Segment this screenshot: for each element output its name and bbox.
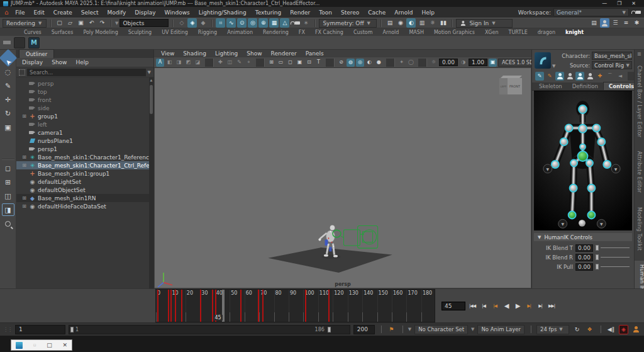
- speaker-icon[interactable]: ◀‖: [606, 325, 616, 334]
- viewport-menu-item[interactable]: Shading: [179, 50, 211, 57]
- mini-close-icon[interactable]: ✕: [62, 342, 67, 348]
- chevron-down-icon[interactable]: ▼: [115, 21, 118, 26]
- character-dropdown[interactable]: Base_mesh_skin1:Charact▼: [592, 52, 632, 60]
- shelf-tab[interactable]: UV Editing: [157, 30, 193, 35]
- step-back-frame-button[interactable]: |◀: [490, 301, 500, 310]
- source-dropdown[interactable]: Control Rig▼: [592, 61, 632, 69]
- zoom-tool[interactable]: [2, 217, 14, 230]
- slider-handle[interactable]: [596, 254, 599, 260]
- render-sequence-icon[interactable]: ▥: [417, 18, 426, 28]
- menu-item[interactable]: File: [11, 8, 29, 17]
- color-management-icon[interactable]: ▣: [489, 59, 497, 67]
- minimize-button[interactable]: —: [602, 1, 607, 6]
- shaded-icon[interactable]: ◍: [347, 59, 355, 67]
- scrollbar-thumb[interactable]: [150, 85, 153, 114]
- slider-handle[interactable]: [596, 264, 599, 270]
- outliner-row[interactable]: top: [16, 88, 153, 96]
- menu-item[interactable]: Select: [77, 8, 103, 17]
- chevron-down-icon[interactable]: ▼: [408, 327, 411, 332]
- expand-toggle-icon[interactable]: ⊞: [21, 162, 27, 168]
- menu-item[interactable]: Modify: [103, 8, 131, 17]
- outliner-row[interactable]: defaultLightSet: [16, 178, 153, 186]
- undo-icon[interactable]: ↶: [87, 18, 96, 28]
- render-settings-icon[interactable]: ☼: [428, 18, 437, 28]
- split-pane-layout-button[interactable]: ◫: [2, 190, 14, 202]
- shelf-tab[interactable]: Rendering: [258, 30, 294, 35]
- time-ruler[interactable]: 0102030405060708090100110120130140150160…: [155, 289, 435, 322]
- mini-minimize-icon[interactable]: ▫: [33, 343, 36, 348]
- menu-item[interactable]: Toon: [314, 8, 336, 17]
- outliner-row[interactable]: ⊞ defaultHideFaceDataSet: [16, 202, 153, 210]
- shelf-tab[interactable]: MASH: [404, 30, 428, 35]
- humanik-toggle-icon[interactable]: [600, 18, 609, 28]
- attribute-editor-toggle-icon[interactable]: ☰: [611, 18, 620, 28]
- mini-maximize-icon[interactable]: □: [47, 342, 52, 348]
- maximize-button[interactable]: ❐: [617, 1, 621, 6]
- lights-icon[interactable]: ◐: [365, 59, 374, 67]
- ik-slider[interactable]: [596, 254, 631, 261]
- shelf-tab[interactable]: XGen: [480, 30, 504, 35]
- xray-icon[interactable]: ◯: [407, 59, 415, 67]
- menu-item[interactable]: Help: [417, 8, 439, 17]
- sign-in-dropdown[interactable]: Sign In▼: [456, 19, 513, 28]
- channel-box-toggle-icon[interactable]: ✱: [632, 18, 641, 28]
- shelf-tab[interactable]: knight: [560, 30, 589, 35]
- chevron-down-icon[interactable]: ▼: [471, 327, 474, 332]
- viewport-canvas[interactable]: LEFT FRONT persp: [155, 68, 531, 288]
- expand-toggle-icon[interactable]: ⊞: [21, 113, 27, 119]
- scale-tool[interactable]: ▣: [2, 121, 14, 133]
- menu-item[interactable]: Cache: [364, 8, 390, 17]
- shelf-tab[interactable]: Motion Graphics: [429, 30, 480, 35]
- outliner-row[interactable]: nurbsPlane1: [16, 137, 153, 145]
- make-live-icon[interactable]: ▦: [269, 18, 279, 28]
- redo-icon[interactable]: ↷: [97, 18, 107, 28]
- play-forwards-button[interactable]: ▶: [513, 301, 523, 310]
- outliner-row[interactable]: persp1: [16, 145, 153, 153]
- shelf-tab[interactable]: Poly Modeling: [78, 30, 123, 35]
- recording-options-icon[interactable]: ◈: [619, 325, 628, 334]
- stance-pose-icon[interactable]: [565, 72, 574, 81]
- shelf-tab[interactable]: TURTLE: [504, 30, 533, 35]
- expand-toggle-icon[interactable]: ⊞: [21, 154, 27, 160]
- viewport-menu-item[interactable]: Panels: [301, 50, 328, 57]
- lock-icon[interactable]: [291, 18, 300, 28]
- outliner-row[interactable]: side: [16, 104, 153, 112]
- rotate-tool[interactable]: ↻: [2, 107, 14, 120]
- filter-dropdown-icon[interactable]: ▼: [148, 70, 151, 75]
- mirror-character-icon[interactable]: [575, 72, 584, 81]
- textured-icon[interactable]: ◎: [356, 59, 364, 67]
- fps-dropdown[interactable]: 24 fps▼: [536, 325, 569, 334]
- go-to-end-button[interactable]: ▶▶|: [547, 301, 557, 310]
- open-scene-icon[interactable]: ▱: [65, 18, 75, 28]
- wireframe-icon[interactable]: ⊘: [337, 59, 345, 67]
- anim-layer-dropdown[interactable]: No Anim Layer: [477, 325, 525, 334]
- view-cube[interactable]: LEFT FRONT: [499, 76, 522, 97]
- ik-slider[interactable]: [596, 263, 631, 270]
- outliner-row[interactable]: front: [16, 96, 153, 104]
- outliner-menu-item[interactable]: Help: [71, 59, 93, 65]
- shelf-tab[interactable]: Animation: [222, 30, 258, 35]
- menu-item[interactable]: Render: [286, 8, 314, 17]
- grid-toggle-icon[interactable]: ⊞: [267, 59, 275, 67]
- chevron-down-icon[interactable]: ▼: [552, 64, 555, 69]
- four-pane-layout-button[interactable]: ⊞: [2, 176, 14, 188]
- snap-view-plane-icon[interactable]: ⊕: [258, 18, 268, 28]
- step-forward-frame-button[interactable]: ▶|: [524, 301, 534, 310]
- pin-translate-icon[interactable]: ◄: [616, 72, 625, 81]
- pan-zoom-icon[interactable]: ✚: [216, 59, 225, 67]
- current-frame-field[interactable]: 45: [441, 302, 465, 310]
- workspace-lock-icon[interactable]: [631, 9, 641, 16]
- selection-mask-icon[interactable]: [19, 69, 25, 76]
- character-set-dropdown[interactable]: No Character Set: [414, 325, 468, 334]
- viewport-menu-item[interactable]: View: [157, 50, 179, 57]
- ik-slider-value-field[interactable]: 0.00: [575, 244, 593, 252]
- multi-camera-icon[interactable]: ◫: [226, 59, 234, 67]
- menu-item[interactable]: Display: [130, 8, 160, 17]
- shelf-tab[interactable]: Rigging: [193, 30, 222, 35]
- animation-end-field[interactable]: 200: [353, 325, 375, 334]
- snap-magnet-icon[interactable]: △: [280, 18, 289, 28]
- drag-grip[interactable]: ⋮⋮: [3, 327, 12, 332]
- set-keyframe-icon[interactable]: ❖: [585, 325, 594, 334]
- menu-item[interactable]: Texturing: [251, 8, 286, 17]
- snap-curve-icon[interactable]: ∿: [226, 18, 236, 28]
